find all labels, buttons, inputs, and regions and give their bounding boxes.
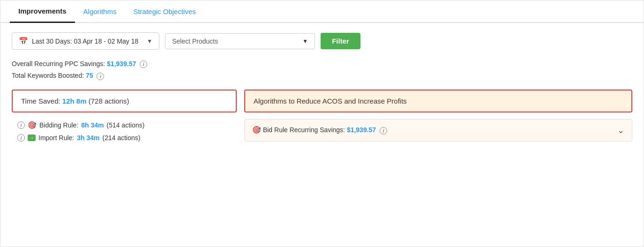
product-dropdown-arrow: ▼ <box>302 38 308 45</box>
bidding-target-icon: 🎯 <box>28 121 37 129</box>
filter-row: 📅 Last 30 Days: 03 Apr 18 - 02 May 18 ▼ … <box>12 32 632 50</box>
bid-rule-chevron[interactable]: ⌄ <box>617 125 624 135</box>
tab-improvements[interactable]: Improvements <box>10 0 75 23</box>
app-container: Improvements Algorithms Strategic Object… <box>0 0 644 247</box>
bid-rule-info-icon[interactable]: i <box>380 127 387 135</box>
algo-title: Algorithms to Reduce ACOS and Increase P… <box>254 97 407 105</box>
bidding-rule-item: i 🎯 Bidding Rule: 8h 34m (514 actions) <box>15 121 237 129</box>
calendar-icon: 📅 <box>19 37 28 45</box>
import-actions: (214 actions) <box>103 134 141 142</box>
sub-items: i 🎯 Bidding Rule: 8h 34m (514 actions) i… <box>12 119 237 142</box>
time-saved-label: Time Saved: <box>21 97 60 105</box>
time-saved-value: 12h 8m <box>62 97 87 105</box>
savings-stat: Overall Recurring PPC Savings: $1,939.57… <box>12 60 632 68</box>
keywords-label: Total Keywords Boosted: <box>12 72 84 79</box>
main-content: 📅 Last 30 Days: 03 Apr 18 - 02 May 18 ▼ … <box>0 23 644 156</box>
date-range-label: Last 30 Days: 03 Apr 18 - 02 May 18 <box>32 37 138 45</box>
savings-info-icon[interactable]: i <box>140 60 147 68</box>
tab-algorithms[interactable]: Algorithms <box>75 1 125 22</box>
tab-bar: Improvements Algorithms Strategic Object… <box>0 0 644 23</box>
stats-section: Overall Recurring PPC Savings: $1,939.57… <box>12 60 632 80</box>
product-select-label: Select Products <box>172 37 218 45</box>
bidding-time: 8h 34m <box>81 121 104 129</box>
bidding-actions: (514 actions) <box>107 121 145 129</box>
import-arrow-icon: → <box>28 135 36 141</box>
bid-rule-box[interactable]: 🎯 Bid Rule Recurring Savings: $1,939.57 … <box>244 119 632 142</box>
algo-box: Algorithms to Reduce ACOS and Increase P… <box>244 90 632 112</box>
product-select[interactable]: Select Products ▼ <box>165 33 315 49</box>
import-rule-item: i → Import Rule: 3h 34m (214 actions) <box>15 134 237 142</box>
keywords-stat: Total Keywords Boosted: 75 i <box>12 72 632 80</box>
keywords-info-icon[interactable]: i <box>97 73 104 80</box>
time-saved-box: Time Saved: 12h 8m (728 actions) <box>12 90 237 112</box>
date-dropdown-arrow: ▼ <box>147 38 152 45</box>
import-time: 3h 34m <box>77 134 99 142</box>
bid-rule-value: $1,939.57 <box>347 126 376 134</box>
import-rule-label: Import Rule: <box>38 134 74 142</box>
date-picker[interactable]: 📅 Last 30 Days: 03 Apr 18 - 02 May 18 ▼ <box>12 32 159 50</box>
panels-row: Time Saved: 12h 8m (728 actions) i 🎯 Bid… <box>12 90 632 146</box>
bidding-rule-label: Bidding Rule: <box>39 121 78 129</box>
bid-rule-content: 🎯 Bid Rule Recurring Savings: $1,939.57 … <box>252 126 387 134</box>
savings-label: Overall Recurring PPC Savings: <box>12 60 105 67</box>
bid-rule-label: Bid Rule Recurring Savings: <box>263 126 345 134</box>
bidding-info-icon[interactable]: i <box>17 121 25 129</box>
import-info-icon[interactable]: i <box>17 134 25 142</box>
tab-strategic-objectives[interactable]: Strategic Objectives <box>125 1 204 22</box>
savings-value: $1,939.57 <box>107 60 136 67</box>
filter-button[interactable]: Filter <box>321 33 360 49</box>
time-saved-actions: (728 actions) <box>89 97 129 105</box>
bid-rule-icon: 🎯 <box>252 126 261 134</box>
right-panel: Algorithms to Reduce ACOS and Increase P… <box>244 90 632 142</box>
left-panel: Time Saved: 12h 8m (728 actions) i 🎯 Bid… <box>12 90 237 146</box>
keywords-value: 75 <box>86 72 93 79</box>
